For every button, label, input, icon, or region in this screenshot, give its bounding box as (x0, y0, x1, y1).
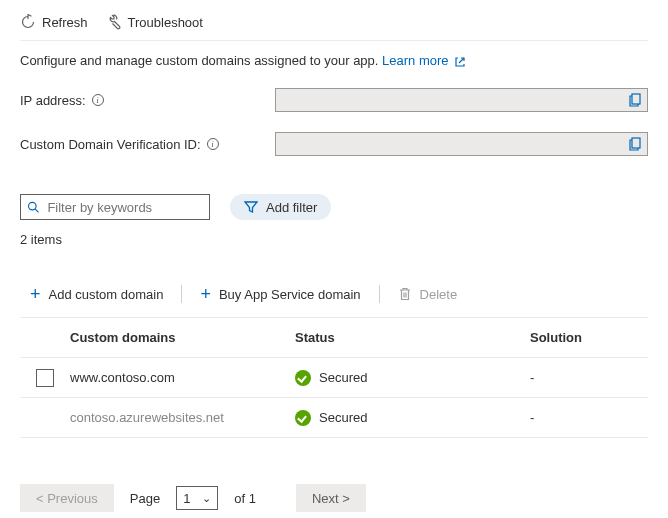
table-header: Custom domains Status Solution (20, 318, 648, 358)
row-domain: contoso.azurewebsites.net (70, 410, 295, 425)
plus-icon: + (30, 285, 41, 303)
search-box[interactable] (20, 194, 210, 220)
copy-button[interactable] (629, 137, 643, 151)
troubleshoot-label: Troubleshoot (128, 15, 203, 30)
header-status: Status (295, 330, 530, 345)
row-status: Secured (319, 370, 367, 385)
verification-id-row: Custom Domain Verification ID: i (20, 132, 648, 156)
page-select[interactable]: 1 ⌄ (176, 486, 218, 510)
search-input[interactable] (47, 200, 203, 215)
copy-icon (629, 137, 643, 151)
delete-button: Delete (388, 283, 468, 306)
description-text: Configure and manage custom domains assi… (20, 53, 378, 68)
toolbar: Refresh Troubleshoot (20, 14, 648, 41)
buy-domain-button[interactable]: + Buy App Service domain (190, 281, 370, 307)
row-status: Secured (319, 410, 367, 425)
troubleshoot-button[interactable]: Troubleshoot (106, 14, 203, 30)
ip-address-value (275, 88, 648, 112)
divider (379, 285, 380, 303)
ip-address-label: IP address: (20, 93, 86, 108)
learn-more-link[interactable]: Learn more (382, 53, 466, 68)
info-icon[interactable]: i (92, 94, 104, 106)
refresh-button[interactable]: Refresh (20, 14, 88, 30)
table-row[interactable]: contoso.azurewebsites.net Secured - (20, 398, 648, 438)
row-checkbox[interactable] (36, 369, 54, 387)
info-icon[interactable]: i (207, 138, 219, 150)
row-domain: www.contoso.com (70, 370, 295, 385)
search-icon (27, 200, 39, 214)
chevron-down-icon: ⌄ (202, 492, 211, 505)
add-filter-label: Add filter (266, 200, 317, 215)
previous-button: < Previous (20, 484, 114, 512)
filter-icon (244, 200, 258, 214)
wrench-icon (106, 14, 122, 30)
verification-id-label: Custom Domain Verification ID: (20, 137, 201, 152)
domains-table: Custom domains Status Solution www.conto… (20, 317, 648, 438)
trash-icon (398, 287, 412, 301)
secured-icon (295, 410, 311, 426)
action-bar: + Add custom domain + Buy App Service do… (20, 281, 648, 317)
plus-icon: + (200, 285, 211, 303)
pager: < Previous Page 1 ⌄ of 1 Next > (20, 484, 648, 512)
divider (181, 285, 182, 303)
table-row[interactable]: www.contoso.com Secured - (20, 358, 648, 398)
ip-address-row: IP address: i (20, 88, 648, 112)
add-filter-button[interactable]: Add filter (230, 194, 331, 220)
row-solution: - (530, 410, 648, 425)
verification-id-value (275, 132, 648, 156)
header-domain: Custom domains (70, 330, 295, 345)
refresh-label: Refresh (42, 15, 88, 30)
copy-icon (629, 93, 643, 107)
external-link-icon (454, 56, 466, 68)
svg-point-2 (29, 202, 37, 210)
svg-rect-1 (632, 138, 640, 148)
next-button[interactable]: Next > (296, 484, 366, 512)
of-label: of 1 (234, 491, 256, 506)
copy-button[interactable] (629, 93, 643, 107)
row-solution: - (530, 370, 648, 385)
page-label: Page (130, 491, 160, 506)
header-solution: Solution (530, 330, 648, 345)
filter-row: Add filter (20, 194, 648, 220)
description: Configure and manage custom domains assi… (20, 53, 648, 68)
svg-rect-0 (632, 94, 640, 104)
secured-icon (295, 370, 311, 386)
refresh-icon (20, 14, 36, 30)
add-custom-domain-button[interactable]: + Add custom domain (20, 281, 173, 307)
item-count: 2 items (20, 232, 648, 247)
